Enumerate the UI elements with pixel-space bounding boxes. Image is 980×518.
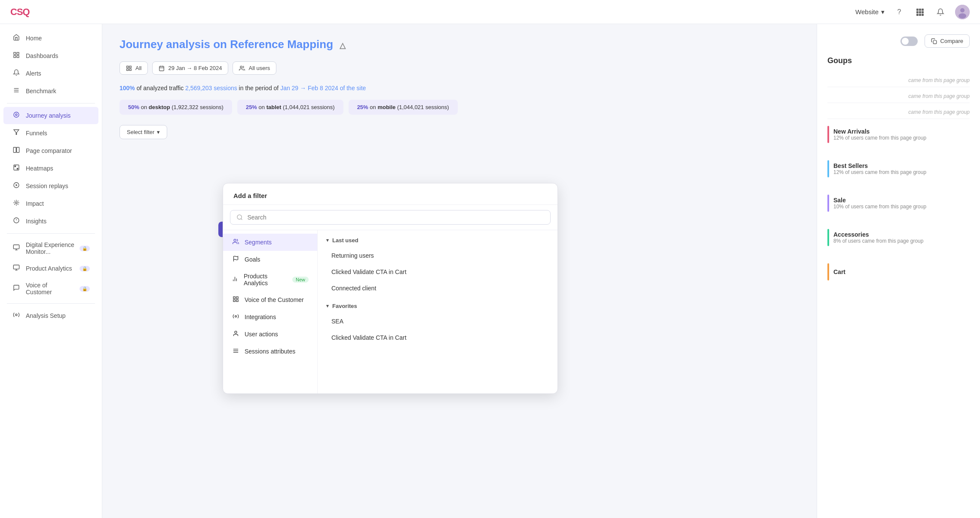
- pg-item-sale: Sale 10% of users came from this page gr…: [827, 190, 970, 218]
- product-analytics-icon: [12, 264, 21, 273]
- sidebar-item-journey-analysis[interactable]: Journey analysis: [3, 107, 98, 124]
- select-filter-wrapper: Select filter ▾: [119, 125, 167, 139]
- notifications-icon[interactable]: [934, 6, 946, 18]
- svg-rect-44: [159, 66, 164, 71]
- traffic-middle: in the period of: [239, 85, 281, 91]
- sidebar-item-label: Alerts: [26, 70, 41, 77]
- dropdown-right-item-clicked-validate[interactable]: Clicked Validate CTA in Cart: [326, 264, 549, 280]
- dropdown-right-item-connected[interactable]: Connected client: [326, 280, 549, 296]
- pg-item-best-sellers: Best Sellers 12% of users came from this…: [827, 156, 970, 183]
- sidebar-item-label: Benchmark: [26, 88, 56, 94]
- page-comparator-icon: [12, 146, 21, 155]
- last-used-header[interactable]: ▾ Last used: [326, 237, 549, 244]
- main-content: Journey analysis on Reference Mapping △ …: [102, 24, 980, 518]
- sidebar-item-page-comparator[interactable]: Page comparator: [3, 142, 98, 159]
- alerts-icon: [12, 69, 21, 78]
- help-icon[interactable]: ?: [893, 6, 905, 18]
- toggle-knob: [902, 38, 909, 45]
- svg-point-20: [15, 114, 17, 116]
- users-filter-button[interactable]: All users: [233, 61, 276, 75]
- tablet-on: on: [259, 104, 265, 110]
- dropdown-right-item-sea[interactable]: SEA: [326, 314, 549, 329]
- chevron-down-icon: ▾: [157, 129, 160, 135]
- desktop-sessions: (1,922,322 sessions): [172, 104, 224, 110]
- dropdown-item-integrations[interactable]: Integrations: [223, 308, 317, 326]
- dropdown-item-label: User actions: [245, 331, 278, 338]
- mobile-pct: 25%: [357, 104, 368, 110]
- page-title-link[interactable]: Reference Mapping: [230, 38, 333, 51]
- sidebar-item-impact[interactable]: Impact: [3, 195, 98, 212]
- dropdown-item-label: Segments: [245, 239, 272, 246]
- pg-desc-sale: 10% of users came from this page group: [833, 204, 926, 210]
- sidebar-item-dashboards[interactable]: Dashboards: [3, 47, 98, 64]
- sidebar-item-label: Journey analysis: [26, 112, 70, 119]
- pg-partial-text-2: came from this page group: [827, 93, 970, 99]
- journey-analysis-icon: [12, 111, 21, 120]
- all-filter-button[interactable]: All: [119, 61, 148, 75]
- dropdown-item-label: Goals: [245, 256, 260, 263]
- sidebar-divider: [7, 103, 95, 104]
- sidebar-item-insights[interactable]: Insights: [3, 213, 98, 230]
- toggle-switch[interactable]: [900, 37, 918, 46]
- sidebar-item-label: Product Analytics: [26, 265, 72, 272]
- website-selector[interactable]: Website ▾: [855, 8, 885, 16]
- products-analytics-icon: [232, 276, 239, 283]
- sidebar-item-voice-of-customer[interactable]: Voice of Customer 🔒: [3, 277, 98, 300]
- compare-button[interactable]: Compare: [925, 34, 970, 48]
- sidebar-item-home[interactable]: Home: [3, 30, 98, 47]
- sidebar-item-benchmark[interactable]: Benchmark: [3, 82, 98, 100]
- website-label: Website: [855, 8, 879, 15]
- svg-marker-21: [14, 130, 19, 134]
- sidebar-item-alerts[interactable]: Alerts: [3, 65, 98, 82]
- app-logo: CSQ: [10, 6, 30, 18]
- search-input[interactable]: [247, 214, 544, 221]
- svg-rect-1: [919, 9, 921, 11]
- select-filter-button[interactable]: Select filter ▾: [119, 125, 167, 139]
- device-pill-mobile: 25% on mobile (1,044,021 sessions): [349, 100, 458, 115]
- grid-icon[interactable]: [914, 6, 926, 18]
- dropdown-item-voice-customer[interactable]: Voice of the Customer: [223, 291, 317, 308]
- compare-icon: [931, 38, 937, 44]
- svg-rect-6: [916, 14, 919, 16]
- user-avatar[interactable]: [955, 5, 970, 19]
- svg-rect-36: [13, 265, 19, 269]
- pg-name-sale: Sale: [833, 197, 926, 204]
- dropdown-item-user-actions[interactable]: User actions: [223, 326, 317, 343]
- user-actions-icon: [232, 330, 239, 338]
- pg-item-new-arrivals: New Arrivals 12% of users came from this…: [827, 122, 970, 149]
- favorites-header[interactable]: ▾ Favorites: [326, 303, 549, 309]
- sidebar: Home Dashboards Alerts Benchmark Journey…: [0, 24, 102, 518]
- sessions-attributes-icon: [232, 347, 239, 355]
- dropdown-right-item-returning[interactable]: Returning users: [326, 248, 549, 263]
- svg-rect-2: [922, 9, 924, 11]
- sidebar-item-label: Dashboards: [26, 52, 58, 59]
- digital-experience-icon: [12, 244, 21, 253]
- traffic-date[interactable]: Jan 29 → Feb 8 2024 of the site: [280, 85, 366, 91]
- pg-bar-best-sellers: [827, 160, 829, 177]
- new-badge: New: [292, 277, 309, 283]
- sidebar-item-analysis-setup[interactable]: Analysis Setup: [3, 307, 98, 324]
- sidebar-item-label: Page comparator: [26, 147, 72, 154]
- svg-rect-14: [17, 55, 19, 58]
- dropdown-item-goals[interactable]: Goals: [223, 251, 317, 268]
- sidebar-item-digital-experience[interactable]: Digital Experience Monitor... 🔒: [3, 237, 98, 259]
- sidebar-item-session-replays[interactable]: Session replays: [3, 177, 98, 195]
- sidebar-item-funnels[interactable]: Funnels: [3, 125, 98, 142]
- item-label: SEA: [331, 318, 343, 325]
- dropdown-item-sessions-attributes[interactable]: Sessions attributes: [223, 343, 317, 360]
- goals-icon: [232, 256, 239, 263]
- dropdown-right-item-clicked-validate2[interactable]: Clicked Validate CTA in Cart: [326, 330, 549, 345]
- dropdown-item-products-analytics[interactable]: Products Analytics New: [223, 268, 317, 291]
- svg-rect-41: [129, 66, 131, 67]
- date-filter-button[interactable]: 29 Jan → 8 Feb 2024: [152, 61, 228, 75]
- select-filter-label: Select filter: [127, 129, 154, 135]
- pg-desc-accessories: 8% of users came from this page group: [833, 238, 923, 244]
- dropdown-right-panel: ▾ Last used Returning users Clicked Vali…: [318, 230, 557, 393]
- traffic-sessions[interactable]: 2,569,203 sessions: [185, 85, 237, 91]
- sidebar-item-heatmaps[interactable]: Heatmaps: [3, 160, 98, 177]
- sidebar-item-product-analytics[interactable]: Product Analytics 🔒: [3, 260, 98, 277]
- dropdown-item-label: Sessions attributes: [245, 348, 295, 355]
- pg-item-cart: Cart: [827, 259, 970, 286]
- dropdown-item-segments[interactable]: Segments: [223, 234, 317, 251]
- svg-rect-23: [17, 147, 19, 152]
